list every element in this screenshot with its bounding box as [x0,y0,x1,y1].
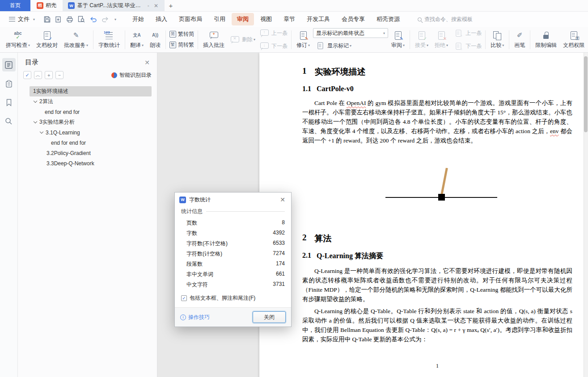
save-button[interactable] [44,16,51,23]
insert-comment-button[interactable]: + 插入批注 [200,28,228,51]
close-icon[interactable]: ✕ [279,196,287,203]
close-tab-icon[interactable]: ✕ [153,3,159,9]
chevron-down-icon[interactable] [34,120,37,123]
include-textbox-checkbox[interactable]: ✓ 包括文本框、脚注和尾注(F) [181,294,285,302]
toc-item[interactable]: 3.1Q-Learning [30,127,152,138]
stat-row: 字数4392 [181,228,285,239]
chevron-up-box-icon[interactable]: ︿ [34,71,42,79]
next-change-icon: ↓ [454,42,463,50]
chevron-down-icon[interactable] [34,99,37,103]
print-button[interactable] [66,16,73,23]
doc-permission-button[interactable]: ⚿ 文档权限 [560,28,588,51]
stat-row: 字符数(计空格)7274 [181,249,285,259]
chevron-down-icon: ▾ [427,43,428,47]
button-label: 上一条 [465,29,482,37]
toc-item[interactable]: 1实验环境描述 [30,86,152,96]
read-aloud-icon: A)) [150,30,161,40]
tab-page-layout[interactable]: 页面布局 [173,13,207,25]
track-changes-button[interactable]: ✎ 修订▾ [293,28,313,51]
checkbox-icon[interactable]: ✓ [181,295,187,301]
document-tab[interactable]: W 基于 CartP...法实现 毕业论文 ◦ ✕ [63,0,165,11]
review-button[interactable]: ✎ 审阅▾ [388,28,408,51]
tab-insert[interactable]: 插入 [150,13,173,25]
smart-toc-button[interactable]: 智能识别目录 [111,71,152,79]
new-tab-button[interactable]: + [165,0,177,11]
spell-check-button[interactable]: abc✓ 拼写检查▾ [3,28,33,51]
close-button[interactable]: 关闭 [253,311,286,323]
chevron-down-icon: ▾ [308,43,310,47]
show-markup-button[interactable]: 显示标记▾ [313,40,388,51]
search-icon [5,117,13,125]
redo-button[interactable] [102,16,109,23]
toc-item[interactable]: 3.2Policy-Gradient [30,148,152,158]
prev-comment-button[interactable]: ↑ 上一条 [257,28,289,38]
delete-comment-button[interactable]: ✕ 删除▾ [228,34,257,45]
button-label: 删除▾ [242,36,255,43]
tab-view[interactable]: 视图 [255,13,277,25]
read-aloud-button[interactable]: A)) 朗读 [147,28,164,51]
minus-box-icon[interactable]: － [55,71,63,79]
button-label: 画笔 [514,42,525,49]
close-icon[interactable]: ✕ [144,59,150,66]
reject-icon: ✕ [436,30,447,40]
outline-icon [5,61,13,69]
next-comment-button[interactable]: ↓ 下一条 [257,41,289,51]
file-menu-button[interactable]: 文件 ▾ [4,13,39,25]
doc-proofing-button[interactable]: ✓ 文档校对 [33,28,61,51]
command-search[interactable] [418,16,487,22]
tab-dev-tools[interactable]: 开发工具 [301,13,335,25]
trad-to-simp-button[interactable]: 简 繁转简 [168,30,196,38]
chevron-down-icon: ▾ [142,43,144,47]
prev-change-button[interactable]: ↑ 上一条 [451,28,483,38]
checkbox-icon[interactable]: ✓ [23,71,31,79]
tab-start[interactable]: 开始 [127,13,149,25]
reject-button[interactable]: ✕ 拒绝▾ [431,28,451,51]
compare-button[interactable]: 比较▾ [487,28,507,51]
clipboard-pane-button[interactable] [2,77,16,90]
correction-service-button[interactable]: ✎ 批改服务▾ [61,28,91,51]
scrollbar-thumb[interactable] [584,56,588,132]
toc-pane-button[interactable] [2,58,16,71]
toc-item[interactable]: end for end for [30,107,152,117]
search-input[interactable] [424,16,487,22]
tab-section[interactable]: 章节 [278,13,300,25]
undo-button[interactable] [89,16,97,23]
accept-button[interactable]: ✓ 接受▾ [412,28,431,51]
ink-pen-icon: ✐ [514,30,525,40]
tab-member[interactable]: 会员专享 [336,13,370,25]
export-pdf-button[interactable] [55,16,62,23]
docer-tab[interactable]: 稻 稻壳 [30,0,63,11]
print-preview-button[interactable] [78,16,85,23]
track-changes-icon: ✎ [298,30,309,40]
button-label: 审阅▾ [391,42,405,49]
toc-item[interactable]: 3实验结果分析 [30,117,152,127]
next-change-button[interactable]: ↓ 下一条 [451,41,483,51]
vertical-scrollbar[interactable] [584,53,588,377]
tab-docer-resources[interactable]: 稻壳资源 [371,13,405,25]
translate-button[interactable]: 文A 翻译▾ [127,28,147,51]
word-count-button[interactable]: 123 字数统计 [95,28,123,51]
markup-state-dropdown[interactable]: 显示标记的最终状态 ▾ [313,28,388,38]
dialog-title-bar[interactable]: W 字数统计 ✕ [175,193,291,207]
chevron-down-icon[interactable] [40,130,43,134]
plus-box-icon[interactable]: ＋ [45,71,53,79]
tab-references[interactable]: 引用 [208,13,231,25]
tips-link[interactable]: i 操作技巧 [180,314,210,321]
bookmark-pane-button[interactable] [2,96,16,109]
document-page[interactable]: 1实验环境描述 1.1CartPole-v0 Cart Pole 在 OpenA… [259,53,588,377]
toc-item[interactable]: end for end for [30,138,152,148]
restrict-editing-button[interactable]: 限制编辑 [532,28,560,51]
find-pane-button[interactable] [2,114,16,128]
toc-item[interactable]: 2算法 [30,96,152,107]
prev-comment-icon: ↑ [259,28,270,38]
tab-review[interactable]: 审阅 [232,13,254,25]
pin-tab-icon[interactable]: ◦ [147,3,150,9]
review-ribbon: abc✓ 拼写检查▾ ✓ 文档校对 ✎ 批改服务▾ 123 字数统计 文A 翻译… [0,27,588,53]
quick-access-more-icon[interactable]: ▾ [114,17,116,21]
toc-item[interactable]: 3.3Deep-Q-Network [30,158,152,168]
ink-pen-button[interactable]: ✐ 画笔 [511,28,528,51]
markup-group: 显示标记的最终状态 ▾ 显示标记▾ [313,28,388,51]
simp-to-trad-button[interactable]: 繁 简转繁 [168,41,196,49]
home-tab[interactable]: 首页 [0,0,30,11]
heading-2-1: 2.1Q-Learning 算法摘要 [302,251,572,261]
